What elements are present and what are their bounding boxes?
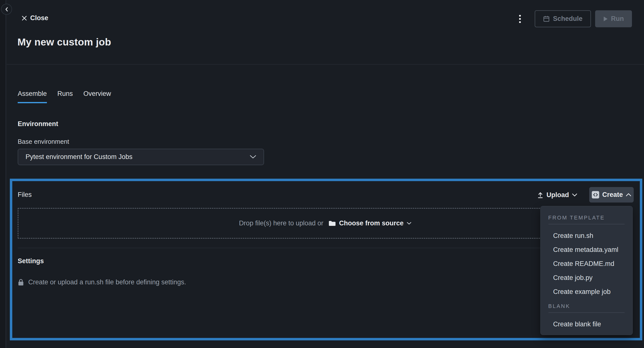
page-title: My new custom job xyxy=(18,36,111,48)
chevron-down-icon xyxy=(572,193,577,197)
code-icon xyxy=(592,191,599,199)
tab-assemble[interactable]: Assemble xyxy=(18,90,47,103)
menu-item-create-run-sh[interactable]: Create run.sh xyxy=(540,229,632,243)
upload-icon xyxy=(537,192,544,198)
lock-icon xyxy=(18,278,24,286)
settings-locked-message: Create or upload a run.sh file before de… xyxy=(28,278,186,286)
menu-section-header: FROM TEMPLATE xyxy=(548,215,624,220)
folder-icon xyxy=(328,220,336,226)
tab-runs[interactable]: Runs xyxy=(58,90,73,103)
menu-item-create-readme-md[interactable]: Create README.md xyxy=(540,257,632,271)
environment-section-title: Environment xyxy=(18,120,58,128)
choose-from-source-label: Choose from source xyxy=(339,219,404,227)
run-label: Run xyxy=(611,15,624,23)
kebab-menu-icon xyxy=(519,15,521,23)
tab-overview[interactable]: Overview xyxy=(84,90,111,103)
chevron-down-icon xyxy=(407,222,412,225)
menu-item-create-blank-file[interactable]: Create blank file xyxy=(540,317,632,331)
calendar-icon xyxy=(543,16,550,22)
menu-item-create-example-job[interactable]: Create example job xyxy=(540,285,632,299)
chevron-left-icon xyxy=(5,7,8,12)
close-icon xyxy=(22,16,27,21)
play-icon xyxy=(603,16,608,22)
menu-section-header: BLANK xyxy=(548,303,624,309)
menu-section-items: Create run.sh Create metadata.yaml Creat… xyxy=(540,224,632,299)
menu-item-create-job-py[interactable]: Create job.py xyxy=(540,271,632,285)
chevron-down-icon xyxy=(250,155,256,159)
back-button[interactable] xyxy=(1,4,12,15)
base-environment-label: Base environment xyxy=(18,138,69,146)
menu-item-create-metadata-yaml[interactable]: Create metadata.yaml xyxy=(540,243,632,257)
files-section-title: Files xyxy=(18,191,32,199)
create-button[interactable]: Create xyxy=(589,187,634,202)
collapsed-sidebar-rail xyxy=(0,0,6,348)
close-label: Close xyxy=(30,14,48,22)
run-button[interactable]: Run xyxy=(595,10,632,27)
close-button[interactable]: Close xyxy=(22,14,48,22)
create-dropdown-menu: FROM TEMPLATE Create run.sh Create metad… xyxy=(540,206,633,335)
base-environment-selected-value: Pytest environment for Custom Jobs xyxy=(26,153,132,161)
choose-from-source-button[interactable]: Choose from source xyxy=(328,219,412,227)
settings-section-title: Settings xyxy=(18,257,44,265)
create-label: Create xyxy=(602,191,623,199)
upload-label: Upload xyxy=(546,191,569,199)
menu-section-items: Create blank file xyxy=(540,313,632,331)
schedule-button[interactable]: Schedule xyxy=(535,10,591,27)
header-actions: Schedule Run xyxy=(516,10,632,27)
base-environment-select[interactable]: Pytest environment for Custom Jobs xyxy=(18,149,264,165)
settings-locked-message-row: Create or upload a run.sh file before de… xyxy=(18,278,186,286)
schedule-label: Schedule xyxy=(553,15,582,23)
tab-bar: Assemble Runs Overview xyxy=(18,90,111,103)
kebab-menu-button[interactable] xyxy=(516,12,524,26)
upload-button[interactable]: Upload xyxy=(537,188,577,201)
header-divider xyxy=(7,64,644,65)
chevron-up-icon xyxy=(626,193,631,196)
dropzone-prompt: Drop file(s) here to upload or xyxy=(239,219,324,227)
